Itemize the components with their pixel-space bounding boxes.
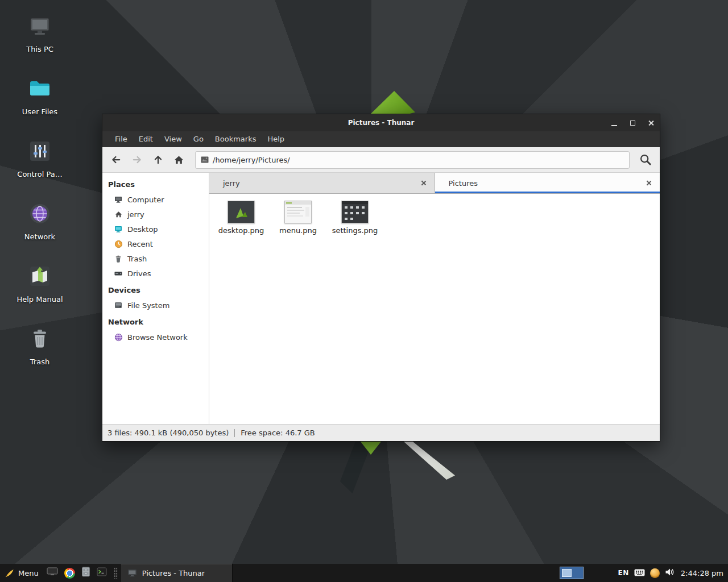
forward-icon [132, 155, 142, 165]
file-thumbnail [341, 201, 369, 223]
desktop-icon-label: Help Manual [16, 295, 63, 304]
distro-feather-icon [5, 568, 14, 578]
toolbar: /home/jerry/Pictures/ [102, 147, 660, 173]
trash-icon [27, 326, 52, 354]
menu-edit[interactable]: Edit [133, 131, 159, 147]
home-icon [173, 155, 184, 165]
menu-view[interactable]: View [159, 131, 188, 147]
wallpaper-white-streak [398, 438, 455, 480]
panel-grip[interactable] [114, 567, 118, 579]
menu-help[interactable]: Help [262, 131, 290, 147]
menu-label: Menu [18, 569, 39, 577]
desktop-icon-trash[interactable]: Trash [10, 326, 69, 369]
trash-icon [114, 254, 123, 263]
tab-pictures[interactable]: Pictures [435, 173, 660, 193]
thunar-task-icon [127, 569, 137, 577]
keyboard-language-label[interactable]: EN [618, 569, 629, 577]
desktop-icon-control-panel[interactable]: Control Pa… [10, 139, 69, 182]
sidebar-item-browse-network[interactable]: Browse Network [102, 330, 209, 344]
sidebar-item-label: Recent [127, 240, 153, 248]
file-item-settings-png[interactable]: settings.png [326, 201, 383, 235]
file-name: menu.png [279, 226, 317, 235]
sidebar-section-devices: Devices [102, 281, 209, 298]
search-button[interactable] [634, 150, 657, 169]
search-icon [639, 153, 652, 166]
file-item-desktop-png[interactable]: desktop.png [213, 201, 270, 235]
minimize-icon [611, 125, 617, 126]
minimize-button[interactable] [605, 114, 623, 131]
close-button[interactable] [642, 114, 660, 131]
file-item-menu-png[interactable]: menu.png [270, 201, 326, 235]
sidebar-item-desktop[interactable]: Desktop [102, 222, 209, 236]
home-button[interactable] [168, 151, 189, 169]
sidebar-item-recent[interactable]: Recent [102, 236, 209, 251]
tab-jerry[interactable]: jerry [209, 173, 435, 193]
workspace-switcher[interactable] [560, 567, 584, 579]
menu-go[interactable]: Go [188, 131, 209, 147]
desktop-monitor-icon [114, 225, 123, 234]
keyboard-icon[interactable] [634, 568, 645, 579]
sidebar-item-file-system[interactable]: File System [102, 298, 209, 313]
sidebar-item-label: Desktop [127, 225, 158, 234]
quick-launch [47, 567, 107, 579]
workspace-window [562, 569, 572, 577]
path-bar[interactable]: /home/jerry/Pictures/ [195, 151, 630, 169]
start-menu-button[interactable]: Menu [0, 564, 44, 582]
volume-icon[interactable] [665, 568, 675, 579]
clock-icon [114, 239, 123, 248]
sidebar-item-label: Computer [127, 196, 164, 204]
tab-close-icon[interactable] [421, 180, 427, 186]
file-cabinet-icon[interactable] [81, 567, 90, 579]
file-name: settings.png [332, 226, 378, 235]
maximize-button[interactable] [623, 114, 642, 131]
computer-icon [27, 14, 52, 41]
close-icon [648, 120, 654, 126]
desktop-icon-network[interactable]: Network [10, 201, 69, 244]
taskbar-window-button[interactable]: Pictures - Thunar [120, 564, 233, 582]
system-tray: EN 2:44:28 pm [560, 567, 728, 579]
forward-button[interactable] [126, 151, 147, 169]
sidebar-item-label: Browse Network [127, 333, 188, 342]
folder-icon [27, 76, 52, 103]
sidebar-item-label: Trash [127, 255, 147, 263]
back-button[interactable] [105, 151, 126, 169]
file-name: desktop.png [218, 226, 264, 235]
sidebar-item-label: Drives [127, 269, 151, 278]
up-button[interactable] [147, 151, 168, 169]
window-content: Places Computer jerry Desktop Recent Tra… [102, 173, 660, 424]
file-thumbnail [228, 201, 255, 223]
terminal-icon[interactable] [97, 567, 107, 579]
status-file-count: 3 files: 490.1 kB (490,050 bytes) [107, 429, 229, 437]
sidebar-item-label: File System [127, 301, 169, 310]
home-icon [114, 210, 123, 219]
sidebar-item-computer[interactable]: Computer [102, 192, 209, 207]
menu-bookmarks[interactable]: Bookmarks [209, 131, 262, 147]
sidebar-item-label: jerry [127, 210, 144, 219]
window-titlebar[interactable]: Pictures - Thunar [102, 114, 660, 131]
desktop-icon-this-pc[interactable]: This PC [10, 14, 69, 57]
clock[interactable]: 2:44:28 pm [681, 569, 723, 577]
tab-close-icon[interactable] [646, 180, 652, 186]
desktop-icon-help-manual[interactable]: Help Manual [10, 264, 69, 307]
tab-label: jerry [223, 179, 421, 188]
network-globe-icon [27, 201, 52, 228]
status-bar: 3 files: 490.1 kB (490,050 bytes) Free s… [102, 424, 660, 441]
map-icon [27, 264, 52, 291]
show-desktop-icon[interactable] [47, 567, 58, 579]
globe-icon [114, 332, 123, 342]
sidebar-item-trash[interactable]: Trash [102, 251, 209, 266]
desktop-icon-user-files[interactable]: User Files [10, 76, 69, 119]
sidebar-item-home[interactable]: jerry [102, 207, 209, 222]
file-list[interactable]: desktop.png menu.png settings.png [209, 194, 660, 424]
control-panel-icon [27, 139, 52, 166]
drive-icon [114, 301, 123, 310]
menu-file[interactable]: File [109, 131, 133, 147]
window-title: Pictures - Thunar [157, 119, 605, 127]
computer-icon [114, 195, 123, 204]
sidebar-item-drives[interactable]: Drives [102, 266, 209, 281]
notifier-icon[interactable] [650, 568, 660, 578]
desktop-icon-column: This PC User Files Control Pa… Network H… [10, 14, 69, 369]
chrome-icon[interactable] [64, 568, 75, 579]
path-text: /home/jerry/Pictures/ [213, 156, 290, 164]
tab-bar: jerry Pictures [209, 173, 660, 194]
